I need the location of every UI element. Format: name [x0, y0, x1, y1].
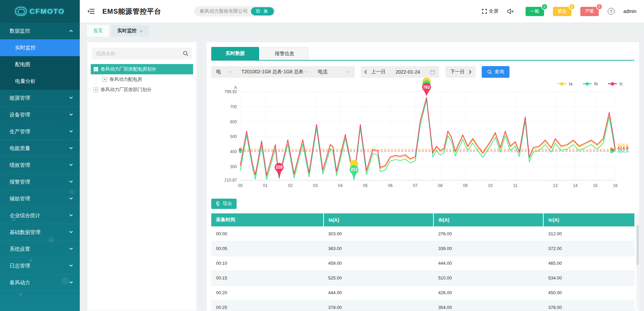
- tab-实时数据[interactable]: 实时数据: [211, 47, 259, 60]
- chevron-down-icon: [70, 146, 73, 149]
- sidebar-item-日志管理[interactable]: 日志管理: [0, 258, 80, 274]
- x-tick-label: 13: [553, 183, 558, 188]
- line-search-input[interactable]: [96, 51, 183, 56]
- y-axis-unit: A: [234, 85, 237, 90]
- table-row: 00:25378.00354.00378.00: [211, 300, 634, 311]
- sidebar-item-辅助管理[interactable]: 辅助管理: [0, 190, 80, 207]
- table-row: 00:00303.00276.00312.00: [211, 226, 634, 241]
- content: −春风动力厂区按配电房划分+春风动力配电房+春风动力厂区按部门划分 实时数据报警…: [80, 39, 644, 311]
- y-tick-label: 300: [230, 164, 237, 169]
- chevron-down-icon: [70, 246, 73, 250]
- x-tick-label: 10: [488, 183, 493, 188]
- sidebar-item-配电图[interactable]: 配电图: [0, 56, 80, 73]
- table-cell: 00:25: [211, 300, 324, 311]
- user-name[interactable]: admin: [623, 9, 636, 14]
- scrollbar[interactable]: [636, 213, 639, 309]
- sidebar-item-生产管理[interactable]: 生产管理: [0, 123, 80, 140]
- sidebar-item-设备管理[interactable]: 设备管理: [0, 107, 80, 123]
- y-tick-label: 210.87: [224, 178, 237, 183]
- fullscreen-label: 全屏: [489, 8, 498, 14]
- table-cell: 354.00: [433, 300, 543, 311]
- topbar-right: 全屏 一般0紧急0严重0 ? admin: [482, 7, 644, 16]
- prev-day-button[interactable]: 上一日: [371, 69, 386, 75]
- logo: CFMOTO: [0, 0, 80, 23]
- help-icon[interactable]: ?: [608, 8, 615, 15]
- collapse-box-icon[interactable]: −: [93, 67, 98, 72]
- legend-item-Ic[interactable]: Ic: [608, 81, 623, 86]
- scrollbar-thumb[interactable]: [636, 225, 639, 265]
- query-button[interactable]: 查询: [482, 66, 509, 78]
- data-tabs: 实时数据报警信息: [211, 47, 634, 61]
- table-cell: 534.00: [543, 271, 634, 285]
- alarm-badge-一般[interactable]: 一般0: [526, 7, 544, 16]
- tree-node[interactable]: +春风动力厂区按部门划分: [91, 85, 193, 95]
- table-cell: 459.00: [324, 256, 433, 271]
- next-day-button[interactable]: 下一日: [445, 66, 476, 78]
- metric-select[interactable]: 电流: [313, 66, 355, 78]
- table-cell: 378.00: [324, 300, 433, 311]
- table-cell: 444.00: [324, 285, 433, 300]
- chevron-down-icon: [70, 112, 73, 115]
- tab-label: 实时监控: [117, 28, 137, 34]
- meter-select[interactable]: T201002-1G8 总表-1G8 总表: [237, 66, 313, 78]
- y-tick-label: 799.92: [224, 89, 237, 94]
- page-title: EMS能源管控平台: [102, 7, 161, 16]
- expand-box-icon[interactable]: +: [93, 87, 98, 92]
- legend-label: Ic: [619, 81, 623, 86]
- close-icon[interactable]: ×: [140, 28, 143, 34]
- sidebar-item-报警管理[interactable]: 报警管理: [0, 174, 80, 190]
- marker-value-label: 213: [351, 167, 357, 172]
- sidebar-item-label: 实时监控: [15, 45, 36, 51]
- alarm-badge-严重[interactable]: 严重0: [580, 7, 599, 16]
- search-icon[interactable]: [183, 51, 188, 56]
- company-pill: 春风动力股份有限公司 切 换: [194, 6, 275, 16]
- switch-company-button[interactable]: 切 换: [251, 7, 274, 15]
- tree-node[interactable]: −春风动力厂区按配电房划分: [91, 64, 193, 74]
- sidebar-item-label: 日志管理: [10, 263, 30, 269]
- tab-报警信息[interactable]: 报警信息: [261, 47, 308, 60]
- legend-marker: [608, 83, 617, 84]
- sidebar-item-电量分析[interactable]: 电量分析: [0, 73, 80, 90]
- table-header-row: 采集时间Ia(A)Ib(A)Ic(A): [211, 213, 634, 226]
- chevron-down-icon: [305, 69, 309, 73]
- fullscreen-button[interactable]: 全屏: [482, 8, 498, 14]
- sidebar-item-系统设置[interactable]: 系统设置: [0, 241, 80, 258]
- export-button[interactable]: 导出: [211, 199, 237, 209]
- sidebar-item-春风动力[interactable]: 春风动力: [0, 274, 80, 291]
- sidebar-item-label: 电量分析: [15, 78, 36, 85]
- tab-实时监控[interactable]: 实时监控×: [111, 25, 149, 37]
- tree-node[interactable]: +春风动力配电房: [100, 74, 193, 85]
- menu-fold-icon[interactable]: [87, 8, 95, 14]
- sidebar-item-电能质量[interactable]: 电能质量: [0, 140, 80, 157]
- tab-首页[interactable]: 首页: [87, 25, 109, 37]
- alarm-badge-紧急[interactable]: 紧急0: [553, 7, 571, 16]
- line-tree-panel: −春风动力厂区按配电房划分+春风动力配电房+春风动力厂区按部门划分: [87, 42, 197, 311]
- expand-box-icon[interactable]: +: [102, 77, 107, 82]
- date-input[interactable]: 2022-01-24: [389, 69, 427, 75]
- x-tick-label: 06: [388, 183, 393, 188]
- sidebar-item-企业综合统计[interactable]: 企业综合统计: [0, 207, 80, 224]
- alarm-count-badge: 0: [596, 3, 603, 10]
- sidebar-item-绩效管理[interactable]: 绩效管理: [0, 157, 80, 174]
- line-tree: −春风动力厂区按配电房划分+春风动力配电房+春风动力厂区按部门划分: [91, 64, 193, 95]
- table-header-cell: Ib(A): [433, 213, 543, 226]
- table-cell: 426.00: [433, 285, 543, 300]
- legend-item-Ib[interactable]: Ib: [583, 81, 598, 86]
- current-line-chart: 00010203040506070809101113141516799.9270…: [211, 87, 634, 190]
- legend-marker: [583, 83, 592, 84]
- app-root: CFMOTO 数据监控实时监控配电图电量分析能源管理设备管理生产管理电能质量绩效…: [0, 0, 644, 311]
- main-panel: 实时数据报警信息 电 T201002-1G8 总表-1G8 总表 电流: [206, 42, 640, 311]
- legend-label: Ia: [569, 81, 572, 86]
- prev-day-arrow-icon[interactable]: [365, 70, 368, 74]
- sidebar-item-实时监控[interactable]: 实时监控: [0, 39, 80, 56]
- chevron-down-icon: [70, 95, 73, 99]
- legend-item-Ia[interactable]: Ia: [557, 81, 572, 86]
- alarm-badge-label: 一般: [530, 8, 539, 14]
- chevron-down-icon: [70, 229, 73, 233]
- sidebar: CFMOTO 数据监控实时监控配电图电量分析能源管理设备管理生产管理电能质量绩效…: [0, 0, 80, 311]
- sidebar-item-数据监控[interactable]: 数据监控: [0, 23, 80, 39]
- sidebar-item-基础数据管理[interactable]: 基础数据管理: [0, 224, 80, 241]
- sidebar-item-能源管理[interactable]: 能源管理: [0, 90, 80, 107]
- mute-icon[interactable]: [507, 9, 514, 14]
- energy-type-select[interactable]: 电: [211, 66, 237, 78]
